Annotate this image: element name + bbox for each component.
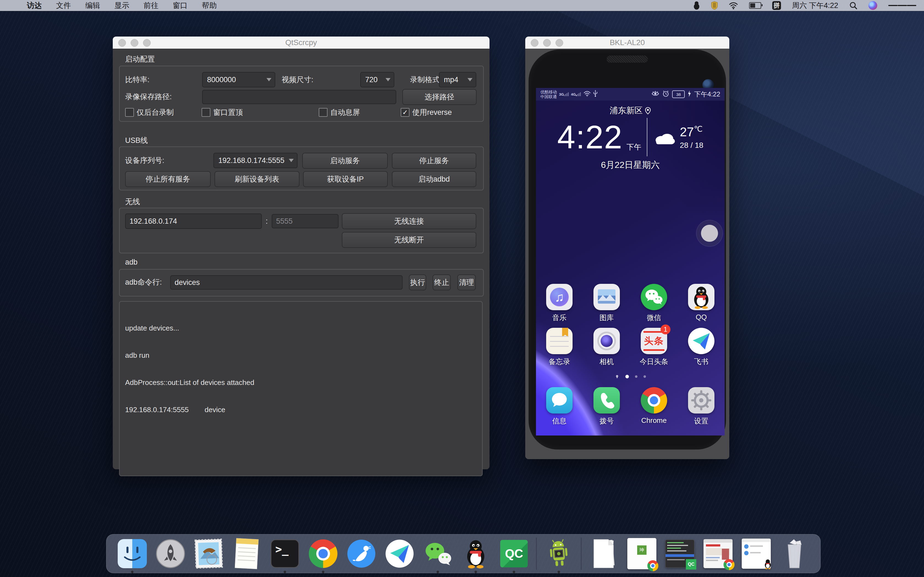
menu-file[interactable]: 文件	[56, 0, 71, 10]
traffic-lights	[531, 39, 563, 47]
app-gallery[interactable]: 图库	[585, 284, 628, 322]
record-path-label: 录像保存路径:	[125, 89, 172, 105]
menu-edit[interactable]: 编辑	[85, 0, 100, 10]
dock-wechat[interactable]	[422, 537, 454, 570]
dock-qq[interactable]	[460, 537, 492, 570]
dock-android-scrcpy[interactable]	[543, 537, 575, 570]
app-toutiao[interactable]: 头条 1 今日头条	[632, 328, 676, 366]
dock-sea-lion-app[interactable]	[345, 537, 378, 570]
input-method-icon[interactable]: 拼	[772, 1, 781, 10]
execute-button[interactable]: 执行	[409, 274, 426, 290]
bitrate-combo[interactable]: 8000000	[202, 72, 275, 87]
close-button[interactable]	[118, 39, 126, 47]
security-shield-icon[interactable]	[711, 1, 718, 10]
qtscrcpy-titlebar[interactable]: QtScrcpy	[113, 37, 489, 49]
checkbox-box[interactable]	[319, 108, 328, 117]
dock-minimized-window-green[interactable]: 坤	[626, 537, 658, 570]
wifi-icon[interactable]	[729, 2, 738, 9]
app-dialer[interactable]: 拨号	[585, 387, 628, 426]
app-messages[interactable]: 信息	[537, 387, 582, 426]
checkbox-box[interactable]	[125, 108, 134, 117]
menu-window[interactable]: 窗口	[173, 0, 187, 10]
wireless-disconnect-button[interactable]: 无线断开	[342, 232, 476, 248]
adb-log-output[interactable]: update devices... adb run AdbProcess::ou…	[119, 301, 483, 476]
sea-lion-icon	[347, 539, 376, 568]
app-wechat[interactable]: 微信	[632, 284, 676, 322]
close-button[interactable]	[531, 39, 538, 47]
choose-path-button[interactable]: 选择路径	[402, 89, 477, 105]
minimize-button[interactable]	[131, 39, 138, 47]
dock-minimized-window-web[interactable]	[702, 537, 734, 570]
app-feishu[interactable]: 飞书	[679, 328, 723, 366]
dock-launchpad[interactable]	[154, 537, 187, 570]
app-qq[interactable]: QQ	[679, 284, 723, 321]
adb-command-input[interactable]	[170, 275, 402, 290]
search-icon[interactable]	[849, 2, 858, 10]
temperature-value: 27	[680, 125, 694, 139]
stop-all-services-button[interactable]: 停止所有服务	[125, 171, 211, 187]
record-path-input[interactable]	[202, 90, 396, 104]
menu-view[interactable]: 显示	[115, 0, 129, 10]
dock-mail[interactable]	[192, 537, 225, 570]
clear-button[interactable]: 清理	[457, 274, 476, 290]
carrier-label: 优酷移动 中国联通	[540, 90, 557, 99]
dock-terminal[interactable]: >_	[269, 537, 301, 570]
assistive-touch-ball[interactable]	[701, 225, 718, 242]
phone-titlebar[interactable]: BKL-AL20	[525, 37, 729, 49]
app-camera[interactable]: 相机	[585, 328, 628, 366]
dock-minimized-window-chat[interactable]	[740, 537, 772, 570]
record-format-combo[interactable]: mp4	[439, 72, 476, 87]
dock-minimized-window-code[interactable]: QC	[664, 537, 696, 570]
start-adbd-button[interactable]: 启动adbd	[392, 171, 476, 187]
battery-icon[interactable]	[749, 2, 761, 9]
wireless-ip-input[interactable]	[125, 213, 262, 229]
menu-go[interactable]: 前往	[144, 0, 158, 10]
dock-trash[interactable]	[778, 537, 811, 570]
app-chrome[interactable]: Chrome	[632, 387, 676, 425]
dock-documents-stack[interactable]	[587, 537, 620, 570]
siri-icon[interactable]	[869, 1, 877, 10]
dock-feishu[interactable]	[383, 537, 416, 570]
phone-screen[interactable]: 优酷移动 中国联通 3G 4G	[536, 88, 725, 435]
checkbox-window-on-top[interactable]: 窗口置顶	[202, 107, 243, 118]
home-bulb-icon	[615, 374, 619, 379]
dock-chrome[interactable]	[307, 537, 339, 570]
menu-clock[interactable]: 周六 下午4:22	[792, 0, 838, 10]
app-notes[interactable]: 备忘录	[537, 328, 582, 366]
menu-help[interactable]: 帮助	[202, 0, 217, 10]
checkbox-auto-screen-off[interactable]: 自动息屏	[319, 107, 360, 118]
terminate-button[interactable]: 终止	[433, 274, 451, 290]
minimize-button[interactable]	[543, 39, 551, 47]
menu-app-name[interactable]: 访达	[27, 0, 42, 10]
checkbox-box-checked[interactable]: ✓	[401, 108, 409, 117]
checkbox-background-record[interactable]: 仅后台录制	[125, 107, 174, 118]
log-line: adb run	[125, 351, 477, 360]
notepad-icon	[546, 328, 573, 354]
get-device-ip-button[interactable]: 获取设备IP	[303, 171, 388, 187]
notification-center-icon[interactable]	[888, 3, 916, 7]
clock-weather-widget[interactable]: 浦东新区 4:22 下午 27℃ 28 / 18	[553, 105, 707, 171]
dock-finder[interactable]	[116, 537, 149, 570]
serial-combo[interactable]: 192.168.0.174:5555	[213, 153, 297, 168]
zoom-button[interactable]	[143, 39, 151, 47]
log-line: update devices...	[125, 324, 477, 333]
stop-service-button[interactable]: 停止服务	[392, 153, 476, 169]
wireless-connect-button[interactable]: 无线连接	[342, 213, 476, 229]
app-settings[interactable]: 设置	[679, 387, 723, 426]
chevron-down-icon	[386, 78, 391, 81]
app-music[interactable]: ♫ 音乐	[537, 284, 582, 322]
dock-notes[interactable]	[231, 537, 263, 570]
video-size-combo[interactable]: 720	[360, 72, 394, 87]
qq-penguin-icon[interactable]	[693, 1, 700, 10]
cloud-icon	[653, 129, 676, 146]
running-indicator	[436, 571, 439, 573]
checkbox-box[interactable]	[202, 108, 210, 117]
checkbox-use-reverse[interactable]: ✓ 使用reverse	[401, 107, 452, 118]
start-service-button[interactable]: 启动服务	[302, 153, 388, 169]
dock-qtcreator[interactable]: QC	[498, 537, 530, 570]
camera-lens-icon	[593, 328, 620, 354]
wireless-port-input[interactable]	[272, 214, 339, 228]
zoom-button[interactable]	[556, 39, 563, 47]
refresh-devices-button[interactable]: 刷新设备列表	[215, 171, 299, 187]
checkbox-label: 窗口置顶	[213, 108, 243, 117]
